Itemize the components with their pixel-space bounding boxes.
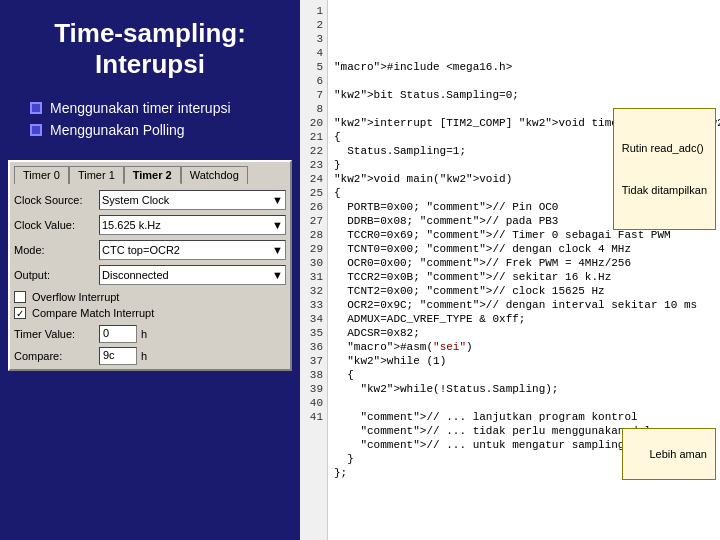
tooltip-rutin: Rutin read_adc() Tidak ditampilkan	[613, 108, 716, 230]
compare-value-row: Compare: 9c h	[14, 347, 286, 365]
tooltip-lebih-text: Lebih aman	[650, 448, 708, 460]
timer-value-row: Timer Value: 0 h	[14, 325, 286, 343]
code-panel: 1234567820212223242526272829303132333435…	[300, 0, 720, 540]
timer-value-input[interactable]: 0	[99, 325, 137, 343]
interrupts-section: Overflow Interrupt Compare Match Interru…	[14, 291, 286, 319]
compare-checkbox[interactable]	[14, 307, 26, 319]
clock-value-label: Clock Value:	[14, 219, 99, 231]
dropdown-arrow-icon: ▼	[272, 194, 283, 206]
tooltip-lebih: Lebih aman	[622, 428, 716, 480]
tab-timer1[interactable]: Timer 1	[69, 166, 124, 184]
overflow-checkbox[interactable]	[14, 291, 26, 303]
compare-value-input[interactable]: 9c	[99, 347, 137, 365]
clock-value-row: Clock Value: 15.625 k.Hz ▼	[14, 215, 286, 235]
dropdown-arrow-icon: ▼	[272, 219, 283, 231]
clock-source-label: Clock Source:	[14, 194, 99, 206]
tab-timer2[interactable]: Timer 2	[124, 166, 181, 184]
timer-value-unit: h	[141, 328, 147, 340]
output-label: Output:	[14, 269, 99, 281]
timer-tabs[interactable]: Timer 0 Timer 1 Timer 2 Watchdog	[14, 166, 286, 184]
bullet-text: Menggunakan Polling	[50, 122, 185, 138]
tooltip-rutin-line2: Tidak ditampilkan	[622, 183, 707, 197]
dropdown-arrow-icon: ▼	[272, 244, 283, 256]
mode-label: Mode:	[14, 244, 99, 256]
bullet-icon	[30, 124, 42, 136]
title-area: Time-sampling: Interupsi	[0, 0, 300, 90]
code-content: Rutin read_adc() Tidak ditampilkan Lebih…	[328, 0, 720, 540]
list-item: Menggunakan Polling	[30, 122, 280, 138]
bullet-list: Menggunakan timer interupsi Menggunakan …	[0, 90, 300, 154]
left-panel: Time-sampling: Interupsi Menggunakan tim…	[0, 0, 300, 540]
timer-value-label: Timer Value:	[14, 328, 99, 340]
mode-row: Mode: CTC top=OCR2 ▼	[14, 240, 286, 260]
timer-config-panel: Timer 0 Timer 1 Timer 2 Watchdog Clock S…	[8, 160, 292, 371]
clock-value-select[interactable]: 15.625 k.Hz ▼	[99, 215, 286, 235]
mode-select[interactable]: CTC top=OCR2 ▼	[99, 240, 286, 260]
output-select[interactable]: Disconnected ▼	[99, 265, 286, 285]
clock-source-row: Clock Source: System Clock ▼	[14, 190, 286, 210]
slide-title: Time-sampling: Interupsi	[20, 18, 280, 80]
dropdown-arrow-icon: ▼	[272, 269, 283, 281]
tab-timer0[interactable]: Timer 0	[14, 166, 69, 184]
tooltip-rutin-line1: Rutin read_adc()	[622, 141, 707, 155]
compare-interrupt-row[interactable]: Compare Match Interrupt	[14, 307, 286, 319]
bullet-text: Menggunakan timer interupsi	[50, 100, 231, 116]
overflow-interrupt-row[interactable]: Overflow Interrupt	[14, 291, 286, 303]
output-row: Output: Disconnected ▼	[14, 265, 286, 285]
clock-source-select[interactable]: System Clock ▼	[99, 190, 286, 210]
timer-values-section: Timer Value: 0 h Compare: 9c h	[14, 325, 286, 365]
line-numbers: 1234567820212223242526272829303132333435…	[300, 0, 328, 540]
bullet-icon	[30, 102, 42, 114]
compare-label: Compare Match Interrupt	[32, 307, 154, 319]
compare-value-label: Compare:	[14, 350, 99, 362]
overflow-label: Overflow Interrupt	[32, 291, 119, 303]
list-item: Menggunakan timer interupsi	[30, 100, 280, 116]
tab-watchdog[interactable]: Watchdog	[181, 166, 248, 184]
compare-value-unit: h	[141, 350, 147, 362]
